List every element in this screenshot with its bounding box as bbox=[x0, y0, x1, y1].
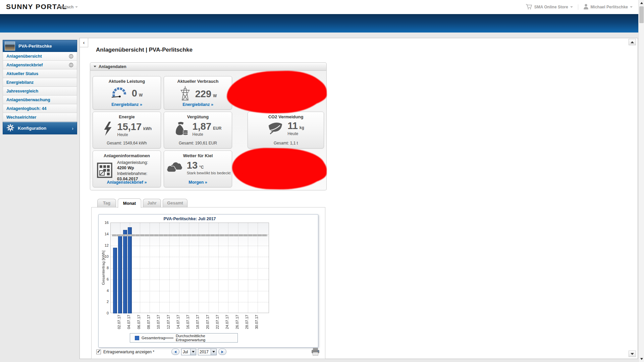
page-title: Anlagenübersicht | PVA-Perlitschke bbox=[96, 47, 193, 53]
collapse-triangle-icon bbox=[94, 66, 96, 67]
content-scroll-down-button[interactable] bbox=[629, 351, 636, 357]
scrollbar-up-arrow[interactable] bbox=[639, 0, 644, 6]
user-icon bbox=[583, 4, 589, 10]
chart-plot bbox=[110, 223, 269, 313]
scrollbar-thumb[interactable] bbox=[639, 6, 644, 23]
show-expectation-checkbox[interactable] bbox=[96, 350, 101, 354]
y-tick-label: 0 bbox=[100, 311, 109, 315]
anlagensteckbrief-link[interactable]: Anlagensteckbrief » bbox=[93, 180, 161, 185]
sidebar-item-anlagensteckbrief[interactable]: Anlagensteckbrief bbox=[3, 61, 77, 69]
tab-monat[interactable]: Monat bbox=[118, 198, 141, 208]
sidebar-item-konfiguration[interactable]: Konfiguration › bbox=[3, 122, 77, 134]
user-menu[interactable]: Michael Perlitschke bbox=[583, 4, 633, 10]
print-button[interactable] bbox=[311, 348, 320, 356]
sidebar-item-label: Energiebilanz bbox=[6, 80, 34, 85]
user-label: Michael Perlitschke bbox=[591, 5, 628, 9]
globe-icon bbox=[69, 63, 73, 67]
tab-gesamt[interactable]: Gesamt bbox=[163, 199, 187, 207]
h-gridline bbox=[111, 268, 269, 268]
tile-unit: kg bbox=[300, 125, 304, 130]
scrollbar-down-arrow[interactable] bbox=[639, 356, 644, 362]
sidebar-item-anlagen-berwachung[interactable]: Anlagenüberwachung bbox=[3, 96, 77, 104]
language-selector[interactable]: Deutsch bbox=[58, 5, 78, 9]
month-navigation: Jul 2017 bbox=[171, 348, 226, 355]
x-tick-label: 18.07.17 bbox=[196, 315, 200, 329]
clouds-icon bbox=[165, 160, 184, 175]
chart-box: PVA-Perlitschke: Juli 2017 Gesamtertrag … bbox=[98, 214, 318, 348]
collapse-sidebar-button[interactable] bbox=[80, 38, 88, 47]
tile-current-power: Aktuelle Leistung 0W Energiebilanz » bbox=[93, 76, 161, 110]
chevron-down-icon bbox=[192, 351, 195, 353]
legend-line-swatch bbox=[165, 337, 173, 339]
x-tick-label: 08.07.17 bbox=[147, 315, 151, 329]
panel-title: Anlagendaten bbox=[99, 64, 126, 69]
tile-footer: Gesamt: 190,61 EUR bbox=[164, 141, 232, 145]
arrow-down-icon bbox=[631, 353, 634, 355]
arrow-left-icon bbox=[174, 351, 176, 353]
h-gridline bbox=[111, 246, 269, 246]
tile-value: 15,17 bbox=[117, 122, 142, 132]
x-tick-label: 04.07.17 bbox=[127, 315, 131, 329]
top-header: SUNNY PORTAL Deutsch SMA Online Store Mi… bbox=[0, 0, 644, 14]
store-label: SMA Online Store bbox=[534, 5, 568, 9]
config-label: Konfiguration bbox=[18, 126, 46, 131]
sidebar-item-anlagen-bersicht[interactable]: Anlagenübersicht bbox=[3, 52, 77, 61]
y-tick-label: 6 bbox=[100, 277, 109, 281]
chevron-down-icon bbox=[212, 351, 215, 353]
sidebar-item-label: Aktueller Status bbox=[6, 71, 38, 76]
legend-expectation: Durchschnittliche Ertragserwartung bbox=[165, 334, 233, 342]
tile-sub: Heute bbox=[117, 132, 128, 137]
x-tick-label: 02.07.17 bbox=[117, 315, 121, 329]
chart-bar bbox=[123, 230, 127, 313]
prev-month-button[interactable] bbox=[171, 349, 179, 355]
language-label: Deutsch bbox=[58, 5, 73, 9]
plant-info-lines: Anlagenleistung: 4200 Wp Inbetriebnahme:… bbox=[117, 160, 148, 182]
content-scroll-up-button[interactable] bbox=[629, 39, 636, 45]
x-tick-label: 06.07.17 bbox=[137, 315, 141, 329]
chevron-down-icon bbox=[630, 6, 633, 8]
next-month-button[interactable] bbox=[218, 349, 226, 355]
tab-jahr[interactable]: Jahr bbox=[143, 199, 161, 207]
tile-footer: Gesamt: 1,1 t bbox=[248, 141, 324, 145]
globe-icon bbox=[69, 54, 73, 59]
chart-bar bbox=[128, 227, 132, 313]
gauge-icon bbox=[111, 85, 128, 101]
v-gridline bbox=[140, 223, 140, 313]
sidebar-item-wechselrichter[interactable]: Wechselrichter bbox=[3, 113, 77, 122]
y-tick-label: 16 bbox=[100, 221, 109, 225]
tab-tag[interactable]: Tag bbox=[97, 199, 116, 207]
tile-value: 229 bbox=[195, 89, 211, 99]
year-select[interactable]: 2017 bbox=[198, 349, 217, 355]
plant-selector[interactable]: PVA-Perlitschke bbox=[3, 40, 77, 52]
tile-value: 11 bbox=[287, 121, 298, 131]
month-select[interactable]: Jul bbox=[181, 349, 196, 355]
v-gridline bbox=[189, 223, 189, 313]
cart-icon bbox=[526, 4, 532, 11]
sidebar: PVA-Perlitschke AnlagenübersichtAnlagens… bbox=[3, 40, 77, 134]
v-gridline bbox=[179, 223, 179, 313]
sidebar-item-energiebilanz[interactable]: Energiebilanz bbox=[3, 78, 77, 87]
period-tabs: TagMonatJahrGesamt bbox=[97, 198, 187, 207]
y-tick-label: 10 bbox=[100, 254, 109, 258]
dropdown-button bbox=[211, 349, 216, 355]
chevron-down-icon bbox=[75, 6, 78, 8]
expectation-line bbox=[112, 234, 267, 236]
sidebar-item-anlagenlogbuch-44[interactable]: Anlagenlogbuch: 44 bbox=[3, 104, 77, 113]
v-gridline bbox=[218, 223, 219, 313]
tile-feed-in-tariff: Vergütung 1,87EUR Heute Gesamt: 190,61 E… bbox=[164, 112, 232, 148]
divider bbox=[578, 4, 578, 10]
x-tick-label: 10.07.17 bbox=[156, 315, 160, 329]
tile-unit: kWh bbox=[143, 126, 152, 131]
tile-value: 0 bbox=[132, 88, 137, 98]
sidebar-item-jahresvergleich[interactable]: Jahresvergleich bbox=[3, 87, 77, 96]
sidebar-item-aktueller-status[interactable]: Aktueller Status bbox=[3, 69, 77, 78]
tile-current-consumption: Aktueller Verbrauch 229W Energiebilanz » bbox=[164, 76, 232, 110]
plant-name: PVA-Perlitschke bbox=[18, 44, 52, 49]
morgen-link[interactable]: Morgen » bbox=[164, 180, 232, 185]
store-menu[interactable]: SMA Online Store bbox=[526, 4, 573, 11]
energiebilanz-link[interactable]: Energiebilanz » bbox=[93, 102, 161, 107]
chart-bar bbox=[118, 236, 122, 313]
power-pylon-icon bbox=[179, 85, 191, 102]
panel-header[interactable]: Anlagendaten bbox=[90, 62, 327, 71]
energiebilanz-link[interactable]: Energiebilanz » bbox=[164, 102, 232, 107]
